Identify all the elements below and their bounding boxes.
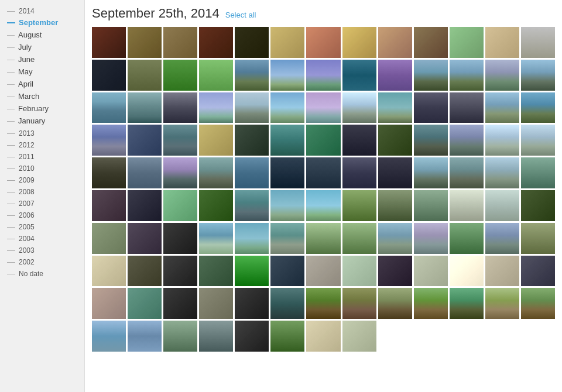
sidebar-year-2010[interactable]: 2010 [0, 162, 84, 174]
sidebar-year-2005[interactable]: 2005 [0, 221, 84, 232]
photo-thumb[interactable] [128, 256, 162, 287]
photo-thumb[interactable] [163, 60, 197, 91]
photo-thumb[interactable] [485, 256, 519, 287]
sidebar-no-date[interactable]: No date [0, 267, 84, 279]
photo-thumb[interactable] [342, 223, 376, 254]
photo-thumb[interactable] [163, 92, 197, 123]
photo-thumb[interactable] [485, 288, 519, 319]
photo-thumb[interactable] [521, 190, 555, 221]
photo-thumb[interactable] [199, 256, 233, 287]
sidebar-year-2011[interactable]: 2011 [0, 150, 84, 162]
photo-thumb[interactable] [199, 92, 233, 123]
photo-thumb[interactable] [235, 321, 269, 352]
photo-thumb[interactable] [270, 190, 304, 221]
photo-thumb[interactable] [163, 288, 197, 319]
photo-thumb[interactable] [163, 223, 197, 254]
photo-thumb[interactable] [128, 92, 162, 123]
photo-thumb[interactable] [414, 288, 448, 319]
photo-thumb[interactable] [128, 60, 162, 91]
photo-thumb[interactable] [199, 27, 233, 58]
photo-thumb[interactable] [270, 157, 304, 188]
photo-thumb[interactable] [342, 288, 376, 319]
photo-thumb[interactable] [270, 288, 304, 319]
photo-thumb[interactable] [485, 60, 519, 91]
sidebar-item-september[interactable]: September [0, 16, 84, 29]
photo-thumb[interactable] [485, 157, 519, 188]
photo-thumb[interactable] [235, 125, 269, 156]
photo-thumb[interactable] [521, 223, 555, 254]
photo-thumb[interactable] [306, 157, 340, 188]
photo-thumb[interactable] [270, 27, 304, 58]
photo-thumb[interactable] [163, 190, 197, 221]
photo-thumb[interactable] [199, 157, 233, 188]
sidebar-year-2004[interactable]: 2004 [0, 232, 84, 244]
photo-thumb[interactable] [378, 27, 412, 58]
photo-thumb[interactable] [414, 223, 448, 254]
photo-thumb[interactable] [270, 223, 304, 254]
sidebar-year-2009[interactable]: 2009 [0, 174, 84, 185]
photo-thumb[interactable] [92, 321, 126, 352]
photo-thumb[interactable] [378, 256, 412, 287]
photo-thumb[interactable] [485, 92, 519, 123]
photo-thumb[interactable] [199, 223, 233, 254]
photo-thumb[interactable] [521, 256, 555, 287]
photo-thumb[interactable] [306, 223, 340, 254]
photo-thumb[interactable] [450, 60, 484, 91]
photo-thumb[interactable] [306, 92, 340, 123]
photo-thumb[interactable] [378, 92, 412, 123]
photo-thumb[interactable] [235, 157, 269, 188]
photo-thumb[interactable] [342, 256, 376, 287]
sidebar-year-2013[interactable]: 2013 [0, 127, 84, 139]
sidebar-item-march[interactable]: — March [0, 90, 84, 102]
photo-thumb[interactable] [450, 157, 484, 188]
photo-thumb[interactable] [235, 92, 269, 123]
photo-thumb[interactable] [414, 157, 448, 188]
photo-thumb[interactable] [199, 321, 233, 352]
sidebar-item-april[interactable]: — April [0, 78, 84, 90]
photo-thumb[interactable] [342, 60, 376, 91]
photo-thumb[interactable] [378, 223, 412, 254]
photo-thumb[interactable] [235, 27, 269, 58]
photo-thumb[interactable] [92, 288, 126, 319]
photo-thumb[interactable] [306, 60, 340, 91]
photo-thumb[interactable] [485, 27, 519, 58]
photo-thumb[interactable] [450, 27, 484, 58]
photo-thumb[interactable] [485, 223, 519, 254]
photo-thumb[interactable] [485, 125, 519, 156]
photo-thumb[interactable] [450, 125, 484, 156]
photo-thumb[interactable] [342, 27, 376, 58]
photo-thumb[interactable] [378, 60, 412, 91]
sidebar-year-2008[interactable]: 2008 [0, 185, 84, 197]
photo-thumb[interactable] [414, 125, 448, 156]
photo-thumb[interactable] [128, 125, 162, 156]
photo-thumb[interactable] [521, 288, 555, 319]
photo-thumb[interactable] [128, 157, 162, 188]
photo-thumb[interactable] [92, 256, 126, 287]
photo-thumb[interactable] [485, 190, 519, 221]
photo-thumb[interactable] [306, 256, 340, 287]
photo-thumb[interactable] [163, 157, 197, 188]
photo-thumb[interactable] [414, 27, 448, 58]
photo-thumb[interactable] [128, 288, 162, 319]
photo-thumb[interactable] [163, 125, 197, 156]
photo-thumb[interactable] [342, 125, 376, 156]
sidebar-item-july[interactable]: — July [0, 41, 84, 53]
sidebar-year-2014[interactable]: 2014 [0, 5, 84, 16]
photo-thumb[interactable] [128, 27, 162, 58]
photo-thumb[interactable] [378, 288, 412, 319]
photo-thumb[interactable] [378, 190, 412, 221]
photo-thumb[interactable] [342, 92, 376, 123]
sidebar-item-february[interactable]: — February [0, 102, 84, 115]
select-all-button[interactable]: Select all [225, 11, 256, 19]
photo-thumb[interactable] [163, 27, 197, 58]
photo-thumb[interactable] [235, 256, 269, 287]
photo-thumb[interactable] [378, 125, 412, 156]
photo-thumb[interactable] [92, 223, 126, 254]
photo-thumb[interactable] [92, 125, 126, 156]
sidebar-year-2006[interactable]: 2006 [0, 209, 84, 221]
photo-thumb[interactable] [199, 125, 233, 156]
photo-thumb[interactable] [199, 60, 233, 91]
photo-thumb[interactable] [306, 27, 340, 58]
photo-thumb[interactable] [235, 190, 269, 221]
photo-thumb[interactable] [306, 190, 340, 221]
